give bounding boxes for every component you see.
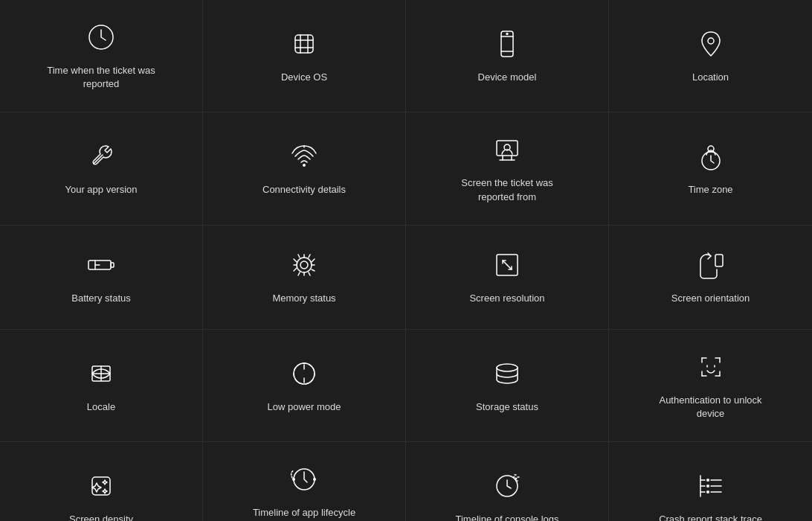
cell-memory[interactable]: Memory status [203,226,406,330]
screen-ticket-icon [491,133,523,166]
svg-point-61 [706,479,709,482]
svg-line-35 [298,272,300,275]
memory-label: Memory status [272,292,335,305]
app-lifecycle-label: Timeline of app lifecycle events [245,506,364,521]
storage-label: Storage status [476,400,538,414]
crash-report-label: Crash report stack trace [659,513,762,521]
cell-console-logs[interactable]: Timeline of console logs [406,442,609,521]
app-version-label: Your app version [65,183,137,196]
svg-line-33 [309,272,310,275]
cell-screen-orientation[interactable]: Screen orientation [609,226,812,330]
cell-app-version[interactable]: Your app version [0,112,203,225]
connectivity-label: Connectivity details [262,183,346,196]
cell-crash-report[interactable]: Crash report stack trace [609,442,812,521]
console-logs-label: Timeline of console logs [456,513,559,521]
svg-rect-13 [497,141,518,156]
device-os-label: Device OS [281,71,327,84]
svg-point-24 [297,258,312,272]
screen-density-label: Screen density [69,513,133,521]
svg-point-53 [313,478,316,481]
time-reported-icon [85,21,117,54]
svg-rect-21 [111,263,114,267]
features-grid: Time when the ticket was reportedDevice … [0,0,812,521]
cell-device-model[interactable]: Device model [406,0,609,112]
device-model-icon [491,28,523,60]
cell-app-lifecycle[interactable]: Timeline of app lifecycle events [203,442,406,521]
screen-resolution-icon [491,249,523,281]
cell-device-os[interactable]: Device OS [203,0,406,112]
cell-time-reported[interactable]: Time when the ticket was reported [0,0,203,112]
screen-density-icon [85,470,117,502]
cell-storage[interactable]: Storage status [406,330,609,442]
svg-line-30 [312,259,315,262]
svg-point-9 [506,33,508,35]
device-os-icon [288,28,320,60]
crash-report-icon [695,470,727,502]
svg-line-27 [298,255,300,258]
screen-orientation-icon [695,249,727,281]
battery-icon [85,249,117,281]
auth-unlock-label: Authentication to unlock device [651,394,770,421]
svg-point-52 [292,478,295,481]
battery-label: Battery status [71,292,130,305]
app-version-icon [85,140,117,173]
cell-auth-unlock[interactable]: Authentication to unlock device [609,330,812,442]
low-power-label: Low power mode [268,400,341,414]
cell-connectivity[interactable]: Connectivity details [203,112,406,225]
memory-icon [288,249,320,281]
screen-orientation-label: Screen orientation [671,292,750,305]
svg-line-32 [312,269,315,271]
cell-locale[interactable]: Locale [0,330,203,442]
device-model-label: Device model [478,71,537,84]
cell-screen-density[interactable]: Screen density [0,442,203,521]
location-icon [695,28,727,60]
screen-ticket-label: Screen the ticket was reported from [448,176,567,203]
locale-icon [85,357,117,390]
svg-point-67 [706,490,709,493]
cell-low-power[interactable]: Low power mode [203,330,406,442]
cell-screen-resolution[interactable]: Screen resolution [406,226,609,330]
console-logs-icon [491,470,523,502]
locale-label: Locale [87,400,115,414]
svg-point-64 [706,485,709,488]
cell-location[interactable]: Location [609,0,812,112]
time-zone-label: Time zone [688,183,732,196]
location-label: Location [692,71,729,84]
time-reported-label: Time when the ticket was reported [42,64,161,91]
app-lifecycle-icon [288,463,320,496]
svg-line-29 [309,255,310,258]
cell-battery[interactable]: Battery status [0,226,203,330]
svg-point-55 [515,478,518,480]
cell-screen-ticket[interactable]: Screen the ticket was reported from [406,112,609,225]
storage-icon [491,357,523,390]
connectivity-icon [288,140,320,173]
svg-point-47 [497,364,518,371]
screen-resolution-label: Screen resolution [469,292,544,305]
cell-time-zone[interactable]: Time zone [609,112,812,225]
low-power-icon [288,357,320,390]
svg-point-25 [300,261,308,269]
svg-rect-39 [715,255,723,266]
auth-unlock-icon [695,351,727,383]
svg-rect-1 [295,35,313,53]
time-zone-icon [695,140,727,173]
svg-line-36 [294,268,297,271]
svg-point-10 [708,38,714,44]
svg-point-12 [303,164,306,167]
svg-line-26 [294,259,297,262]
